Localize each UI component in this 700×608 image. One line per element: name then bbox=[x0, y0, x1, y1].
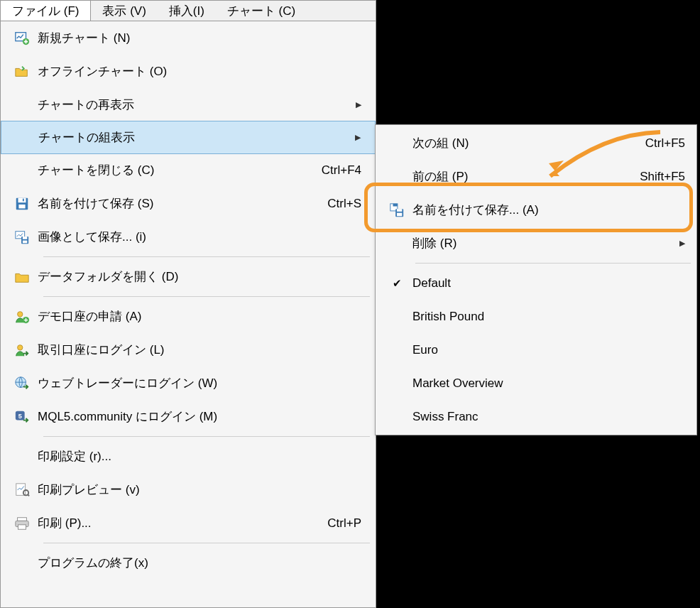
submenu-item-label: Swiss Franc bbox=[412, 410, 685, 424]
menu-item-label: チャートを閉じる (C) bbox=[38, 162, 322, 178]
svg-text:5: 5 bbox=[18, 412, 22, 419]
menu-item-label: 印刷 (P)... bbox=[38, 515, 327, 531]
menu-item-label: オフラインチャート (O) bbox=[38, 63, 367, 80]
svg-rect-5 bbox=[23, 198, 24, 201]
mql5-icon: 5 bbox=[6, 409, 38, 425]
menu-item-print-setup[interactable]: 印刷設定 (r)... bbox=[1, 440, 376, 473]
submenu-item-label: 名前を付けて保存... (A) bbox=[412, 202, 685, 218]
submenu-item-profile-default[interactable]: ✔ Default bbox=[376, 266, 696, 300]
menu-item-shortcut: Ctrl+P bbox=[327, 516, 367, 531]
svg-rect-4 bbox=[18, 204, 25, 208]
menu-item-print[interactable]: 印刷 (P)... Ctrl+P bbox=[1, 506, 376, 540]
menu-item-open-data-folder[interactable]: データフォルダを開く (D) bbox=[1, 260, 376, 293]
submenu-item-shortcut: Shift+F5 bbox=[640, 170, 685, 184]
folder-open-icon bbox=[6, 64, 38, 80]
submenu-item-shortcut: Ctrl+F5 bbox=[645, 136, 685, 151]
menu-item-new-chart[interactable]: 新規チャート (N) bbox=[1, 21, 376, 55]
svg-rect-24 bbox=[397, 209, 402, 212]
menu-item-login-mql5[interactable]: 5 MQL5.community にログイン (M) bbox=[1, 400, 376, 433]
svg-point-12 bbox=[18, 344, 23, 349]
menubar-item-insert[interactable]: 挿入(I) bbox=[158, 1, 216, 21]
menu-item-label: データフォルダを開く (D) bbox=[38, 268, 367, 285]
menubar-label: 表示 (V) bbox=[102, 3, 146, 19]
menu-item-exit[interactable]: プログラムの終了(x) bbox=[1, 546, 376, 580]
menu-separator bbox=[43, 543, 370, 543]
svg-rect-3 bbox=[18, 197, 26, 202]
submenu-item-label: Default bbox=[412, 276, 685, 291]
menu-item-label: 名前を付けて保存 (S) bbox=[38, 195, 327, 212]
menu-item-save-image[interactable]: 画像として保存... (i) bbox=[1, 220, 376, 254]
print-icon bbox=[6, 516, 38, 531]
menu-separator bbox=[43, 296, 370, 297]
svg-rect-25 bbox=[397, 212, 402, 216]
menu-item-label: 新規チャート (N) bbox=[38, 30, 367, 46]
svg-rect-20 bbox=[18, 524, 26, 528]
menu-item-label: 取引口座にログイン (L) bbox=[38, 342, 367, 358]
menu-item-login-webtrader[interactable]: ウェブトレーダーにログイン (W) bbox=[1, 367, 376, 400]
file-menu-dropdown: 新規チャート (N) オフラインチャート (O) チャートの再表示 ▶ チャート… bbox=[0, 21, 376, 608]
chart-profiles-submenu: 次の組 (N) Ctrl+F5 前の組 (P) Shift+F5 名前を付けて保… bbox=[375, 124, 697, 435]
user-login-icon bbox=[6, 342, 38, 358]
menubar: ファイル (F) 表示 (V) 挿入(I) チャート (C) bbox=[0, 0, 376, 21]
submenu-item-remove-profile[interactable]: 削除 (R) ▶ bbox=[376, 227, 696, 260]
submenu-item-profile-british-pound[interactable]: British Pound bbox=[376, 300, 696, 333]
chevron-right-icon: ▶ bbox=[679, 239, 685, 248]
submenu-item-label: British Pound bbox=[412, 310, 685, 324]
submenu-item-label: Market Overview bbox=[412, 376, 685, 391]
svg-rect-9 bbox=[23, 240, 27, 243]
new-chart-icon bbox=[6, 31, 38, 46]
menubar-label: チャート (C) bbox=[227, 3, 295, 19]
menubar-item-file[interactable]: ファイル (F) bbox=[1, 1, 91, 21]
submenu-item-label: 削除 (R) bbox=[412, 235, 679, 251]
submenu-item-profile-market-overview[interactable]: Market Overview bbox=[376, 367, 696, 400]
menu-item-print-preview[interactable]: 印刷プレビュー (v) bbox=[1, 473, 376, 506]
folder-icon bbox=[6, 269, 38, 285]
menu-item-label: チャートの組表示 bbox=[38, 129, 355, 146]
menu-item-shortcut: Ctrl+S bbox=[327, 197, 367, 211]
submenu-item-label: Euro bbox=[412, 343, 685, 357]
save-image-icon bbox=[6, 229, 38, 245]
menu-item-label: デモ口座の申請 (A) bbox=[38, 308, 367, 325]
submenu-item-prev-profile[interactable]: 前の組 (P) Shift+F5 bbox=[376, 160, 696, 193]
menubar-item-view[interactable]: 表示 (V) bbox=[91, 1, 157, 21]
menu-item-save-as[interactable]: 名前を付けて保存 (S) Ctrl+S bbox=[1, 187, 376, 220]
menu-separator bbox=[43, 436, 370, 437]
submenu-item-label: 前の組 (P) bbox=[412, 168, 640, 185]
submenu-separator bbox=[415, 263, 691, 264]
submenu-item-label: 次の組 (N) bbox=[412, 135, 645, 151]
chevron-right-icon: ▶ bbox=[356, 100, 367, 109]
menu-separator bbox=[43, 256, 370, 257]
menu-item-login-trade-account[interactable]: 取引口座にログイン (L) bbox=[1, 333, 376, 367]
save-profile-icon bbox=[381, 202, 412, 218]
menubar-label: ファイル (F) bbox=[12, 3, 79, 19]
svg-rect-8 bbox=[23, 237, 27, 239]
menu-item-redisplay-chart[interactable]: チャートの再表示 ▶ bbox=[1, 88, 376, 121]
submenu-item-next-profile[interactable]: 次の組 (N) Ctrl+F5 bbox=[376, 126, 696, 160]
menu-item-close-chart[interactable]: チャートを閉じる (C) Ctrl+F4 bbox=[1, 153, 376, 187]
globe-icon bbox=[6, 376, 38, 391]
menu-item-label: 印刷プレビュー (v) bbox=[38, 482, 367, 498]
menubar-item-chart[interactable]: チャート (C) bbox=[216, 1, 307, 21]
menu-item-label: 画像として保存... (i) bbox=[38, 229, 367, 245]
check-icon: ✔ bbox=[381, 277, 412, 290]
submenu-item-profile-euro[interactable]: Euro bbox=[376, 333, 696, 367]
menu-item-label: 印刷設定 (r)... bbox=[38, 448, 367, 465]
menu-item-chart-profiles[interactable]: チャートの組表示 ▶ bbox=[1, 121, 376, 154]
svg-rect-22 bbox=[393, 203, 398, 206]
print-preview-icon bbox=[6, 482, 38, 498]
menu-item-label: チャートの再表示 bbox=[38, 97, 356, 113]
submenu-item-save-profile-as[interactable]: 名前を付けて保存... (A) bbox=[376, 193, 696, 227]
user-add-icon bbox=[6, 309, 38, 325]
menu-item-label: プログラムの終了(x) bbox=[38, 555, 367, 571]
submenu-item-profile-swiss-franc[interactable]: Swiss Franc bbox=[376, 400, 696, 433]
menu-item-offline-chart[interactable]: オフラインチャート (O) bbox=[1, 55, 376, 88]
menu-item-label: MQL5.community にログイン (M) bbox=[38, 408, 367, 425]
chevron-right-icon: ▶ bbox=[355, 133, 366, 142]
save-icon bbox=[6, 196, 38, 212]
menu-item-label: ウェブトレーダーにログイン (W) bbox=[38, 375, 367, 391]
menu-item-demo-account[interactable]: デモ口座の申請 (A) bbox=[1, 300, 376, 333]
menubar-label: 挿入(I) bbox=[169, 3, 204, 19]
svg-rect-18 bbox=[18, 517, 27, 521]
menu-item-shortcut: Ctrl+F4 bbox=[322, 163, 367, 178]
svg-point-10 bbox=[18, 311, 23, 316]
